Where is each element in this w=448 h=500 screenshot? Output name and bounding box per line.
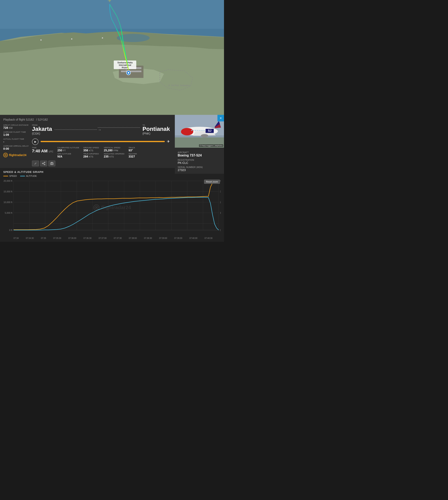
cal-alt-col: CALIBRATED ALTITUDE 250 FT GPS ALTITUDE … xyxy=(57,147,79,158)
svg-text:100 kts: 100 kts xyxy=(220,212,221,214)
to-block: TO Pontianak (PNK) xyxy=(143,124,170,135)
time-col: TIME 7:40 AM UTC xyxy=(32,147,53,158)
svg-point-25 xyxy=(181,128,193,135)
graph-section: SPEED & ALTITUDE GRAPH SPEED ALTITUDE Re… xyxy=(0,168,224,242)
photo-credit: © Panji Anggoro | Jetphotos xyxy=(199,144,223,147)
svg-text:400 kts: 400 kts xyxy=(220,180,221,182)
speed-legend-item: SPEED xyxy=(3,175,17,177)
map-section: Soekarno-Hatta International Airport Jl.… xyxy=(0,0,224,115)
actual-flight-value: - xyxy=(3,140,30,143)
avg-flight-value: 1:09 xyxy=(3,133,30,136)
svg-rect-32 xyxy=(193,130,194,131)
serial-label: SERIAL NUMBER (MSN) xyxy=(178,166,221,168)
svg-text:International: International xyxy=(119,64,131,66)
share-icon xyxy=(42,162,45,165)
flight-subtitle: / SJY182 xyxy=(36,118,48,121)
svg-rect-37 xyxy=(204,130,205,131)
info-panel: Playback of flight SJ182 / SJY182 xyxy=(0,115,224,168)
gps-alt-value: N/A xyxy=(57,155,79,158)
vertical-speed-col: VERTICAL SPEED 25,280 FPM INDICATED AIRS… xyxy=(104,147,125,158)
svg-text:5,000 ft: 5,000 ft xyxy=(5,212,12,214)
svg-rect-35 xyxy=(199,130,200,131)
graph-legend: SPEED ALTITUDE xyxy=(3,175,221,177)
route-dots: → xyxy=(52,127,143,132)
registration-label: REGISTRATION xyxy=(178,159,221,161)
speed-legend-label: SPEED xyxy=(9,175,17,177)
serial-value: 27323 xyxy=(178,168,221,172)
svg-point-13 xyxy=(128,72,129,74)
reset-zoom-button[interactable]: Reset zoom xyxy=(204,180,220,184)
play-button[interactable]: ▶ xyxy=(32,138,39,145)
route-arrow-icon: → xyxy=(98,127,140,132)
svg-text:Soekarno-Hatta: Soekarno-Hatta xyxy=(117,62,133,64)
track-col: TRACK 93° SQUAWK 3327 xyxy=(128,147,145,158)
graph-svg: 20,000 ft 15,000 ft 10,000 ft 5,000 ft 0… xyxy=(3,179,221,232)
registration-value: PK-CLC xyxy=(178,161,221,165)
svg-point-20 xyxy=(102,37,103,39)
route-row: FROM Jakarta (CGK) → TO Pontianak (PNK) xyxy=(32,124,170,135)
svg-rect-17 xyxy=(0,0,224,29)
svg-text:0 ft: 0 ft xyxy=(9,229,12,231)
close-button[interactable]: × xyxy=(217,115,224,121)
share-button[interactable] xyxy=(40,161,47,166)
svg-rect-33 xyxy=(195,130,196,131)
svg-text:✈: ✈ xyxy=(125,69,128,72)
controls-row: ▶ ✈ xyxy=(32,138,170,145)
avg-delay-value: 0:00 xyxy=(3,147,30,150)
svg-point-45 xyxy=(44,164,45,165)
map-svg: Soekarno-Hatta International Airport Jl.… xyxy=(0,0,224,115)
avg-delay-stat: AVERAGE ARRIVAL DELAY 0:00 xyxy=(3,145,30,150)
from-block: FROM Jakarta (CGK) xyxy=(32,124,52,135)
svg-rect-31 xyxy=(191,130,192,131)
svg-point-19 xyxy=(71,38,72,40)
svg-text:300 kts: 300 kts xyxy=(220,190,221,193)
svg-point-49 xyxy=(51,163,52,164)
speed-legend-color xyxy=(3,176,8,176)
ground-speed-col: GROUND SPEED 358 KTS TRUE AIRSPEED 284 K… xyxy=(83,147,100,158)
true-airspeed-value: 284 KTS xyxy=(83,155,100,158)
cal-alt-value: 250 FT xyxy=(57,149,79,152)
svg-point-42 xyxy=(5,155,6,155)
data-grid: TIME 7:40 AM UTC CALIBRATED ALTITUDE 250… xyxy=(32,147,170,160)
svg-text:SJ: SJ xyxy=(208,129,211,132)
icon-buttons: ⤢ xyxy=(32,161,170,166)
destination-plane-icon: ✈ xyxy=(167,139,170,144)
svg-text:10,000 ft: 10,000 ft xyxy=(3,201,12,203)
fr24-logo-text: flightradar24 xyxy=(9,153,26,157)
distance-value: 728 KM xyxy=(3,126,30,129)
indicated-airspeed-value: 235 KTS xyxy=(104,155,125,158)
aircraft-photo: SJ © Panji Anggoro | Jetphotos xyxy=(175,115,224,148)
aircraft-photo-container: SJ © Panji Anggoro | Jetphotos × xyxy=(175,115,224,148)
svg-point-44 xyxy=(42,163,43,164)
aircraft-type-label: AIRCRAFT xyxy=(178,151,221,154)
altitude-legend-label: ALTITUDE xyxy=(26,175,37,177)
progress-bar[interactable] xyxy=(41,141,165,142)
svg-point-43 xyxy=(44,162,45,163)
svg-text:0 kts: 0 kts xyxy=(220,229,221,231)
expand-button[interactable]: ⤢ xyxy=(32,161,39,166)
progress-bar-fill xyxy=(41,141,165,142)
distance-stat: GREAT CIRCLE DISTANCE 728 KM xyxy=(3,124,30,129)
aircraft-type-value: Boeing 737-524 xyxy=(178,154,221,157)
svg-text:15,000 ft: 15,000 ft xyxy=(3,190,12,193)
actual-flight-stat: ACTUAL FLIGHT TIME - xyxy=(3,138,30,143)
fr24-logo-icon xyxy=(3,153,8,157)
ground-speed-value: 358 KTS xyxy=(83,149,100,152)
svg-text:200 kts: 200 kts xyxy=(220,201,221,203)
svg-point-28 xyxy=(201,134,208,137)
stats-row: GREAT CIRCLE DISTANCE 728 KM AVERAGE FLI… xyxy=(3,124,170,166)
aircraft-details: AIRCRAFT Boeing 737-524 REGISTRATION PK-… xyxy=(175,148,224,174)
svg-rect-7 xyxy=(121,70,141,72)
avg-flight-stat: AVERAGE FLIGHT TIME 1:09 xyxy=(3,131,30,136)
squawk-value: 3327 xyxy=(128,155,145,158)
svg-point-18 xyxy=(40,39,42,41)
svg-text:20,000 ft: 20,000 ft xyxy=(3,180,12,182)
camera-icon xyxy=(50,162,53,165)
altitude-legend-color xyxy=(20,176,25,176)
fr24-logo: flightradar24 xyxy=(3,153,30,157)
svg-rect-34 xyxy=(197,130,198,131)
flight-title: Playback of flight SJ182 xyxy=(3,118,34,121)
camera-button[interactable] xyxy=(48,161,55,166)
svg-line-47 xyxy=(43,164,44,164)
svg-text:Jl. Tol Prof. Sedyatmo: Jl. Tol Prof. Sedyatmo xyxy=(168,84,190,86)
